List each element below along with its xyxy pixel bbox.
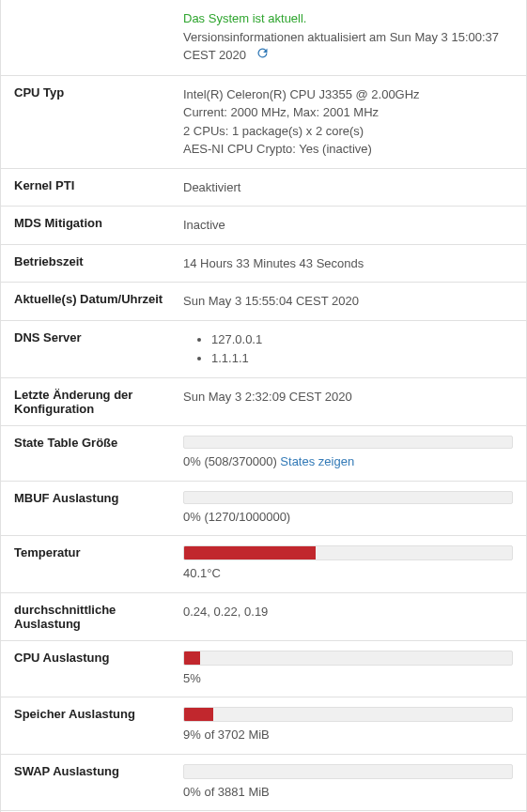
- kernel-pti-row: Kernel PTI Deaktiviert: [1, 168, 526, 207]
- dns-item: 127.0.0.1: [211, 330, 513, 349]
- state-table-label: State Table Größe: [14, 436, 183, 471]
- cpu-usage-bar: [183, 651, 513, 666]
- mds-value: Inactive: [183, 216, 513, 235]
- swap-bar: [183, 764, 513, 779]
- dns-row: DNS Server 127.0.0.1 1.1.1.1: [1, 320, 526, 377]
- temp-bar: [183, 545, 513, 560]
- dns-label: DNS Server: [14, 330, 183, 368]
- cpu-type-line2: Current: 2000 MHz, Max: 2001 MHz: [183, 105, 379, 119]
- cpu-usage-row: CPU Auslastung 5%: [1, 640, 526, 697]
- mbuf-text: 0% (1270/1000000): [183, 510, 290, 524]
- state-table-row: State Table Größe 0% (508/370000) States…: [1, 425, 526, 481]
- state-table-text: 0% (508/370000): [183, 454, 280, 468]
- refresh-icon[interactable]: [256, 46, 270, 66]
- uptime-value: 14 Hours 33 Minutes 43 Seconds: [183, 254, 513, 273]
- kernel-pti-value: Deaktiviert: [183, 178, 513, 197]
- uptime-row: Betriebszeit 14 Hours 33 Minutes 43 Seco…: [1, 244, 526, 283]
- uptime-label: Betriebszeit: [14, 254, 183, 273]
- last-config-value: Sun May 3 2:32:09 CEST 2020: [183, 388, 513, 416]
- cpu-type-line1: Intel(R) Celeron(R) CPU J3355 @ 2.00GHz: [183, 87, 420, 101]
- swap-text: 0% of 3881 MiB: [183, 785, 270, 799]
- temp-text: 40.1°C: [183, 566, 221, 580]
- swap-row: SWAP Auslastung 0% of 3881 MiB: [1, 754, 526, 811]
- mds-label: MDS Mitigation: [14, 216, 183, 235]
- state-table-bar: [183, 436, 513, 449]
- load-row: durchschnittliche Auslastung 0.24, 0.22,…: [1, 592, 526, 640]
- version-info: Versionsinformationen aktualisiert am Su…: [183, 30, 499, 63]
- cpu-type-row: CPU Typ Intel(R) Celeron(R) CPU J3355 @ …: [1, 75, 526, 168]
- status-ok: Das System ist aktuell.: [183, 11, 307, 25]
- load-value: 0.24, 0.22, 0.19: [183, 603, 513, 631]
- last-config-label: Letzte Änderung der Konfiguration: [14, 388, 183, 416]
- states-show-link[interactable]: States zeigen: [280, 454, 354, 468]
- datetime-row: Aktuelle(s) Datum/Uhrzeit Sun May 3 15:5…: [1, 282, 526, 320]
- cpu-type-label: CPU Typ: [14, 85, 183, 159]
- mbuf-bar: [183, 491, 513, 504]
- mds-row: MDS Mitigation Inactive: [1, 206, 526, 244]
- cpu-type-line3: 2 CPUs: 1 package(s) x 2 core(s): [183, 124, 364, 138]
- swap-label: SWAP Auslastung: [14, 764, 183, 802]
- mem-row: Speicher Auslastung 9% of 3702 MiB: [1, 697, 526, 754]
- datetime-value: Sun May 3 15:55:04 CEST 2020: [183, 292, 513, 311]
- temp-label: Temperatur: [14, 545, 183, 583]
- load-label: durchschnittliche Auslastung: [14, 603, 183, 631]
- cpu-usage-text: 5%: [183, 671, 201, 685]
- datetime-label: Aktuelle(s) Datum/Uhrzeit: [14, 292, 183, 311]
- mem-bar: [183, 707, 513, 722]
- mbuf-label: MBUF Auslastung: [14, 491, 183, 527]
- dns-item: 1.1.1.1: [211, 349, 513, 368]
- cpu-type-line4: AES-NI CPU Crypto: Yes (inactive): [183, 142, 372, 156]
- kernel-pti-label: Kernel PTI: [14, 178, 183, 197]
- last-config-row: Letzte Änderung der Konfiguration Sun Ma…: [1, 377, 526, 425]
- system-status-row: Das System ist aktuell. Versionsinformat…: [1, 0, 526, 75]
- temp-row: Temperatur 40.1°C: [1, 535, 526, 592]
- cpu-usage-label: CPU Auslastung: [14, 651, 183, 688]
- mbuf-row: MBUF Auslastung 0% (1270/1000000): [1, 481, 526, 536]
- mem-label: Speicher Auslastung: [14, 707, 183, 744]
- dns-list: 127.0.0.1 1.1.1.1: [183, 330, 513, 368]
- mem-text: 9% of 3702 MiB: [183, 728, 270, 742]
